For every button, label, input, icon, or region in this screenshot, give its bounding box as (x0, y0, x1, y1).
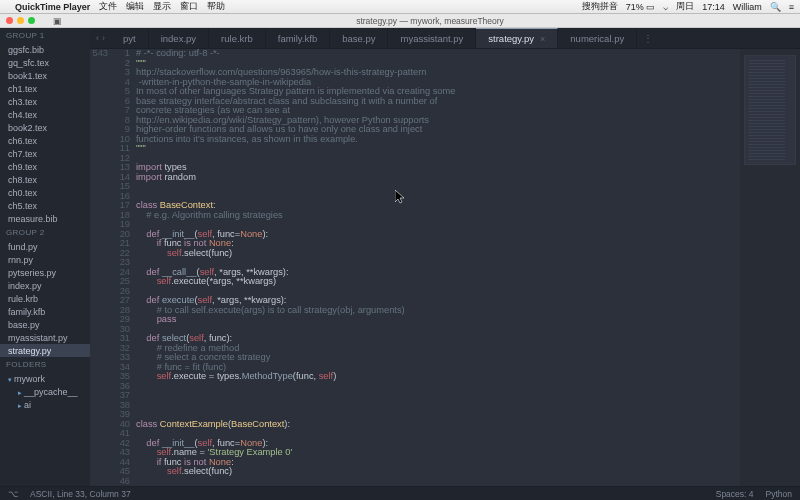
folder-icon: ▣ (53, 16, 62, 26)
folder-ai[interactable]: ai (0, 398, 90, 411)
sidebar-item[interactable]: base.py (0, 318, 90, 331)
sidebar-item[interactable]: family.kfb (0, 305, 90, 318)
window-title: strategy.py — mywork, measureTheory (66, 16, 794, 26)
menu-extra-icon[interactable]: ≡ (789, 2, 794, 12)
menu-file[interactable]: 文件 (99, 0, 117, 13)
sidebar-item[interactable]: ch5.tex (0, 199, 90, 212)
group2-header: GROUP 2 (0, 225, 90, 240)
minimap[interactable] (740, 49, 800, 486)
tab[interactable]: strategy.py× (476, 28, 558, 48)
menu-edit[interactable]: 编辑 (126, 0, 144, 13)
sidebar-item[interactable]: ch6.tex (0, 134, 90, 147)
folder-pycache[interactable]: __pycache__ (0, 385, 90, 398)
sidebar-item[interactable]: ggsfc.bib (0, 43, 90, 56)
sidebar-item[interactable]: fund.py (0, 240, 90, 253)
sidebar-item[interactable]: rnn.py (0, 253, 90, 266)
tab[interactable]: myassistant.py (388, 28, 476, 48)
app-name[interactable]: QuickTime Player (15, 2, 90, 12)
sidebar-item[interactable]: rule.krb (0, 292, 90, 305)
tab[interactable]: index.py (149, 28, 209, 48)
mac-menubar: QuickTime Player 文件 编辑 显示 窗口 帮助 搜狗拼音 71%… (0, 0, 800, 14)
sidebar-item[interactable]: book1.tex (0, 69, 90, 82)
sidebar-item[interactable]: gq_sfc.tex (0, 56, 90, 69)
gutter-line-numbers: 1234567891011121314151617181920212223242… (112, 49, 136, 486)
tab-row: ‹ › pyt index.pyrule.krbfamily.kfbbase.p… (90, 28, 800, 49)
nav-back-icon[interactable]: ‹ (96, 33, 99, 43)
status-spaces[interactable]: Spaces: 4 (716, 489, 754, 499)
sidebar-item[interactable]: ch9.tex (0, 160, 90, 173)
sidebar-item[interactable]: measure.bib (0, 212, 90, 225)
sidebar-item[interactable]: ch0.tex (0, 186, 90, 199)
tab[interactable]: family.kfb (266, 28, 330, 48)
zoom-icon[interactable] (28, 17, 35, 24)
tab[interactable]: rule.krb (209, 28, 266, 48)
status-bar: ⌥ ASCII, Line 33, Column 37 Spaces: 4 Py… (0, 486, 800, 500)
clock-day: 周日 (676, 0, 694, 13)
sidebar-item[interactable]: strategy.py (0, 344, 90, 357)
menu-view[interactable]: 显示 (153, 0, 171, 13)
status-position[interactable]: ASCII, Line 33, Column 37 (30, 489, 131, 499)
sidebar[interactable]: GROUP 1 ggsfc.bibgq_sfc.texbook1.texch1.… (0, 28, 90, 486)
sidebar-item[interactable]: ch4.tex (0, 108, 90, 121)
branch-icon[interactable]: ⌥ (8, 489, 18, 499)
menu-window[interactable]: 窗口 (180, 0, 198, 13)
sidebar-item[interactable]: ch8.tex (0, 173, 90, 186)
close-icon[interactable] (6, 17, 13, 24)
tab-overflow-icon[interactable]: ⋮ (637, 28, 659, 48)
user-name[interactable]: William (733, 2, 762, 12)
sidebar-item[interactable]: book2.tex (0, 121, 90, 134)
clock-time: 17:14 (702, 2, 725, 12)
menu-help[interactable]: 帮助 (207, 0, 225, 13)
status-lang[interactable]: Python (766, 489, 792, 499)
tab[interactable]: base.py (330, 28, 388, 48)
tab[interactable]: numerical.py (558, 28, 637, 48)
ide: GROUP 1 ggsfc.bibgq_sfc.texbook1.texch1.… (0, 28, 800, 486)
gutter-outer: 543 (90, 49, 112, 486)
spotlight-icon[interactable]: 🔍 (770, 2, 781, 12)
minimize-icon[interactable] (17, 17, 24, 24)
window-titlebar: ▣ strategy.py — mywork, measureTheory (0, 14, 800, 28)
sidebar-item[interactable]: myassistant.py (0, 331, 90, 344)
code-body[interactable]: # -*- coding: utf-8 -*-"""http://stackov… (136, 49, 740, 486)
tab-lead[interactable]: pyt (111, 28, 149, 48)
sidebar-item[interactable]: ch7.tex (0, 147, 90, 160)
folder-root[interactable]: mywork (0, 372, 90, 385)
ime-indicator[interactable]: 搜狗拼音 (582, 0, 618, 13)
nav-fwd-icon[interactable]: › (102, 33, 105, 43)
folders-header: FOLDERS (0, 357, 90, 372)
editor-pane: ‹ › pyt index.pyrule.krbfamily.kfbbase.p… (90, 28, 800, 486)
sidebar-item[interactable]: pytseries.py (0, 266, 90, 279)
wifi-icon[interactable]: ⌵ (663, 2, 668, 12)
group1-header: GROUP 1 (0, 28, 90, 43)
sidebar-item[interactable]: ch1.tex (0, 82, 90, 95)
code-editor[interactable]: 543 123456789101112131415161718192021222… (90, 49, 800, 486)
sidebar-item[interactable]: ch3.tex (0, 95, 90, 108)
traffic-lights[interactable] (6, 17, 35, 24)
close-icon[interactable]: × (540, 34, 545, 44)
battery-indicator[interactable]: 71% ▭ (626, 2, 656, 12)
sidebar-item[interactable]: index.py (0, 279, 90, 292)
